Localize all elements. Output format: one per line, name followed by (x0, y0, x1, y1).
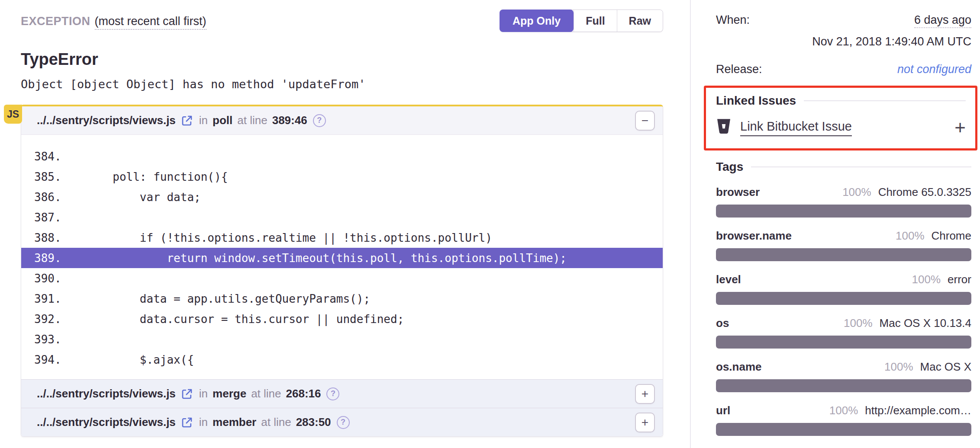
expand-frame-button[interactable]: + (635, 413, 655, 432)
question-icon[interactable]: ? (326, 387, 339, 400)
tag-bar[interactable] (716, 336, 971, 349)
code-line-number: 394. (21, 353, 52, 366)
full-button[interactable]: Full (574, 10, 616, 32)
expand-frame-button[interactable]: + (635, 384, 655, 404)
exception-section-label: EXCEPTION (21, 15, 90, 28)
frame-in-label: in (199, 114, 208, 127)
annotation-highlight-box: Linked Issues Link Bitbucket Issue + (704, 86, 977, 150)
tag-bar[interactable] (716, 379, 971, 392)
collapse-frame-button[interactable]: − (635, 111, 655, 131)
open-in-new-icon[interactable] (181, 416, 193, 429)
open-in-new-icon[interactable] (181, 114, 193, 127)
code-line: 391. data = app.utils.getQueryParams(); (21, 288, 663, 309)
when-row: When: 6 days ago Nov 21, 2018 1:49:40 AM… (716, 13, 971, 49)
tag-percent: 100% (884, 360, 913, 374)
release-label: Release: (716, 62, 762, 77)
code-line: 390. (21, 268, 663, 288)
bitbucket-icon (716, 118, 732, 137)
when-relative[interactable]: 6 days ago (914, 13, 971, 28)
stack-frame-header[interactable]: ../../sentry/scripts/views.js in poll at… (21, 106, 663, 135)
tag-percent: 100% (912, 273, 941, 286)
code-line: 386. var data; (21, 187, 663, 207)
section-rule (804, 100, 966, 101)
tag-key[interactable]: level (716, 273, 741, 286)
exception-section-title: EXCEPTION(most recent call first) (21, 10, 206, 28)
code-line: 384. (21, 146, 663, 166)
frame-filename[interactable]: ../../sentry/scripts/views.js (37, 416, 176, 429)
frame-function: poll (213, 114, 232, 127)
exception-type-title: TypeError (21, 50, 663, 69)
tag-value[interactable]: Chrome 65.0.3325 (878, 186, 971, 199)
frame-in-label: in (199, 416, 208, 429)
exception-panel: EXCEPTION(most recent call first) App On… (0, 0, 690, 448)
tag-key[interactable]: url (716, 404, 730, 417)
code-line-number: 391. (21, 292, 52, 305)
code-line-number: 393. (21, 333, 52, 346)
release-value-link[interactable]: not configured (897, 62, 971, 77)
frame-line-number: 389:46 (272, 114, 307, 127)
tag-bar[interactable] (716, 205, 971, 218)
exception-message: Object [object Object] has no method 'up… (21, 77, 663, 91)
when-label: When: (716, 13, 750, 49)
tag-value[interactable]: error (948, 273, 971, 286)
frame-filename[interactable]: ../../sentry/scripts/views.js (37, 387, 176, 400)
frame-line-number: 283:50 (296, 416, 331, 429)
code-line: 388. if (!this.options.realtime || !this… (21, 227, 663, 248)
tag-bar[interactable] (716, 423, 971, 436)
tag-value[interactable]: Mac OS X 10.13.4 (880, 317, 971, 330)
frame-at-line-label: at line (261, 416, 291, 429)
code-line: 385. poll: function(){ (21, 166, 663, 187)
frame-function: member (213, 416, 256, 429)
release-row: Release: not configured (716, 62, 971, 77)
stack-frame: ../../sentry/scripts/views.js in poll at… (21, 106, 663, 379)
tag-percent: 100% (842, 186, 871, 199)
event-sidebar: When: 6 days ago Nov 21, 2018 1:49:40 AM… (691, 0, 980, 448)
code-line-number: 388. (21, 231, 52, 244)
tag-value[interactable]: Mac OS X (920, 360, 971, 374)
frame-function: merge (213, 387, 246, 400)
tag-bar[interactable] (716, 292, 971, 305)
stack-frame[interactable]: ../../sentry/scripts/views.js in merge a… (21, 379, 663, 408)
tag-key[interactable]: browser.name (716, 229, 792, 243)
code-line-text: if (!this.options.realtime || !this.opti… (52, 231, 492, 244)
add-issue-button[interactable]: + (954, 118, 966, 137)
code-line-number: 387. (21, 211, 52, 224)
linked-issue-row: Link Bitbucket Issue + (716, 118, 966, 137)
tag-bar[interactable] (716, 248, 971, 261)
open-in-new-icon[interactable] (181, 387, 193, 400)
code-line: 394. $.ajax({ (21, 349, 663, 370)
code-line-number: 385. (21, 170, 52, 183)
frame-filename[interactable]: ../../sentry/scripts/views.js (37, 114, 176, 127)
frame-line-number: 268:16 (286, 387, 321, 400)
stacktrace-view-toggle: App Only Full Raw (500, 10, 663, 32)
code-line-text: var data; (52, 191, 201, 204)
code-line-text: data = app.utils.getQueryParams(); (52, 292, 370, 305)
tag-key[interactable]: os.name (716, 360, 762, 374)
stack-frame[interactable]: ../../sentry/scripts/views.js in member … (21, 408, 663, 436)
linked-issues-title: Linked Issues (716, 94, 796, 108)
link-bitbucket-issue-link[interactable]: Link Bitbucket Issue (740, 119, 852, 136)
tag-value[interactable]: Chrome (932, 229, 971, 243)
code-line-text: $.ajax({ (52, 353, 194, 366)
raw-button[interactable]: Raw (617, 10, 663, 32)
most-recent-call-note[interactable]: (most recent call first) (95, 15, 206, 30)
javascript-platform-badge: JS (4, 105, 22, 124)
question-icon[interactable]: ? (337, 416, 350, 429)
question-icon[interactable]: ? (313, 114, 326, 127)
code-line-number: 390. (21, 272, 52, 285)
code-line-text: return window.setTimeout(this.poll, this… (52, 252, 567, 265)
code-line-text: poll: function(){ (52, 170, 228, 183)
tags-list: browser100%Chrome 65.0.3325browser.name1… (716, 186, 971, 436)
code-line-number: 389. (21, 252, 52, 265)
tag-row: level100%error (716, 273, 971, 305)
tag-value[interactable]: http://example.com… (865, 404, 971, 417)
code-line-number: 384. (21, 150, 52, 163)
app-only-button[interactable]: App Only (500, 10, 574, 32)
code-line: 389. return window.setTimeout(this.poll,… (21, 248, 663, 268)
tag-key[interactable]: browser (716, 186, 760, 199)
tag-row: browser100%Chrome 65.0.3325 (716, 186, 971, 218)
tags-section: Tags browser100%Chrome 65.0.3325browser.… (716, 160, 971, 436)
tag-key[interactable]: os (716, 317, 729, 330)
code-line-number: 392. (21, 313, 52, 326)
tag-row: browser.name100%Chrome (716, 229, 971, 261)
